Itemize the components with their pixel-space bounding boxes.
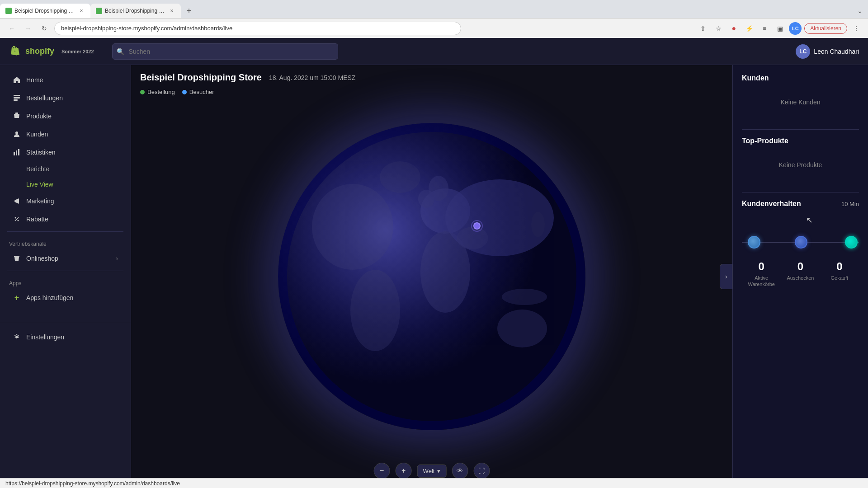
- reload-button[interactable]: ↻: [38, 22, 51, 35]
- sidebar-item-settings[interactable]: Einstellungen: [4, 328, 127, 346]
- sidebar-item-online-shop[interactable]: Onlineshop ›: [4, 250, 127, 267]
- svg-point-3: [15, 131, 18, 134]
- share-button[interactable]: ⇧: [697, 22, 709, 35]
- extensions-button[interactable]: ⚡: [743, 22, 755, 35]
- top-products-section: Top-Produkte Keine Produkte: [742, 137, 859, 178]
- plus-icon: +: [13, 294, 21, 302]
- status-bar: https://beispiel-dropshipping-store.mysh…: [0, 478, 868, 488]
- svg-point-7: [15, 217, 16, 219]
- header-search: 🔍: [112, 43, 338, 60]
- sidebar-label-reports: Berichte: [26, 165, 49, 173]
- store-name: Beispiel Dropshipping Store: [140, 72, 262, 83]
- panel-toggle-button[interactable]: ›: [720, 264, 732, 289]
- statistics-icon: [13, 148, 21, 156]
- globe-map: [278, 123, 585, 430]
- customers-icon: [13, 130, 21, 138]
- forward-button[interactable]: →: [22, 22, 34, 35]
- sidebar-item-orders[interactable]: Bestellungen: [4, 89, 127, 107]
- panel-chevron: ›: [720, 264, 732, 289]
- stat-active-carts: 0 Aktive Warenkörbe: [742, 260, 781, 288]
- stat-purchased-label: Gekauft: [820, 275, 859, 281]
- sidebar-item-live-view[interactable]: Live View: [4, 177, 127, 192]
- tab-overflow-button[interactable]: ⌄: [855, 5, 864, 16]
- sidebar-label-online-shop: Onlineshop: [26, 255, 58, 262]
- tab-close-1[interactable]: ×: [78, 7, 85, 14]
- region-dropdown[interactable]: Welt ▾: [417, 465, 447, 478]
- products-icon: [13, 112, 21, 120]
- browser-user-avatar[interactable]: LC: [789, 22, 802, 35]
- tab-2[interactable]: Beispiel Dropshipping Store ×: [90, 4, 181, 18]
- header-right: LC Leon Chaudhari: [796, 44, 859, 59]
- sidebar: Home Bestellungen Produkte Kunden: [0, 38, 131, 488]
- sidebar-label-add-apps: Apps hinzufügen: [26, 294, 73, 301]
- tab-1[interactable]: Beispiel Dropshipping Store · … ×: [0, 4, 90, 18]
- user-name: Leon Chaudhari: [814, 48, 859, 55]
- region-label: Welt: [423, 468, 435, 474]
- behavior-time: 10 Min: [841, 201, 859, 207]
- panel-divider-2: [742, 192, 859, 192]
- status-url: https://beispiel-dropshipping-store.mysh…: [5, 480, 180, 487]
- live-view-header: Beispiel Dropshipping Store 18. Aug. 202…: [131, 65, 868, 86]
- sidebar-item-marketing[interactable]: Marketing: [4, 192, 127, 210]
- browser-chrome: Beispiel Dropshipping Store · … × Beispi…: [0, 0, 868, 38]
- settings-icon: [13, 333, 21, 341]
- sidebar-divider-2: [7, 271, 123, 271]
- sidebar-label-statistics: Statistiken: [26, 149, 56, 156]
- globe-container: − + Welt ▾ 👁 ⛶: [131, 65, 732, 488]
- opera-icon: ●: [727, 22, 740, 35]
- sidebar-item-reports[interactable]: Berichte: [4, 162, 127, 176]
- update-button[interactable]: Aktualisieren: [804, 23, 847, 34]
- stat-checkout: 0 Auschecken: [781, 260, 820, 288]
- tab-close-2[interactable]: ×: [168, 7, 175, 14]
- sidebar-item-products[interactable]: Produkte: [4, 108, 127, 125]
- search-wrapper: 🔍: [112, 43, 338, 60]
- eye-icon: 👁: [457, 467, 463, 474]
- online-shop-left: Onlineshop: [13, 254, 58, 263]
- sidebar-item-customers[interactable]: Kunden: [4, 126, 127, 143]
- track-dot-1: [748, 236, 760, 249]
- behavior-header: Kundenverhalten 10 Min: [742, 200, 859, 208]
- globe-controls: − + Welt ▾ 👁 ⛶: [374, 463, 490, 479]
- sidebar-label-live-view: Live View: [26, 181, 53, 188]
- new-tab-button[interactable]: +: [183, 5, 195, 17]
- zoom-out-icon: −: [380, 467, 384, 475]
- timestamp: 18. Aug. 2022 um 15:00 MESZ: [269, 74, 355, 81]
- tab-favicon-2: [96, 8, 102, 14]
- shopify-brand-name: shopify: [25, 47, 54, 56]
- shopify-logo-icon: [9, 45, 22, 58]
- fullscreen-button[interactable]: ⛶: [473, 463, 490, 479]
- stat-purchased: 0 Gekauft: [820, 260, 859, 288]
- bookmark-button[interactable]: ☆: [712, 22, 725, 35]
- address-bar[interactable]: beispiel-dropshipping-store.myshopify.co…: [54, 22, 461, 35]
- right-panel: Kunden Keine Kunden Top-Produkte Keine P…: [732, 65, 868, 488]
- marketing-icon: [13, 197, 21, 205]
- back-button[interactable]: ←: [5, 22, 18, 35]
- zoom-in-button[interactable]: +: [396, 463, 412, 479]
- sidebar-label-marketing: Marketing: [26, 197, 54, 205]
- tab-favicon-1: [5, 8, 12, 14]
- discounts-icon: [13, 215, 21, 223]
- svg-rect-0: [14, 95, 20, 96]
- sidebar-item-statistics[interactable]: Statistiken: [4, 144, 127, 161]
- sidebar-item-discounts[interactable]: Rabatte: [4, 211, 127, 228]
- panel-divider-1: [742, 129, 859, 130]
- chevron-right-icon: ›: [725, 273, 727, 280]
- globe: [278, 123, 585, 430]
- cursor-icon: ↖: [806, 215, 813, 225]
- sidebar-item-add-apps[interactable]: + Apps hinzufügen: [4, 289, 127, 306]
- add-apps-left: + Apps hinzufügen: [13, 294, 73, 302]
- stat-checkout-value: 0: [781, 260, 820, 273]
- split-view-button[interactable]: ▣: [774, 22, 786, 35]
- eye-button[interactable]: 👁: [452, 463, 468, 479]
- zoom-out-button[interactable]: −: [374, 463, 390, 479]
- shop-icon: [13, 254, 21, 263]
- chevron-right-icon-sales: ›: [116, 255, 118, 262]
- svg-rect-1: [14, 97, 20, 99]
- list-button[interactable]: ≡: [758, 22, 771, 35]
- track-dot-2: [795, 236, 807, 249]
- tab-bar: Beispiel Dropshipping Store · … × Beispi…: [0, 0, 868, 18]
- sidebar-item-home[interactable]: Home: [4, 71, 127, 89]
- search-input[interactable]: [112, 43, 338, 60]
- menu-button[interactable]: ⋮: [850, 22, 863, 35]
- sidebar-nav: Home Bestellungen Produkte Kunden: [0, 65, 131, 313]
